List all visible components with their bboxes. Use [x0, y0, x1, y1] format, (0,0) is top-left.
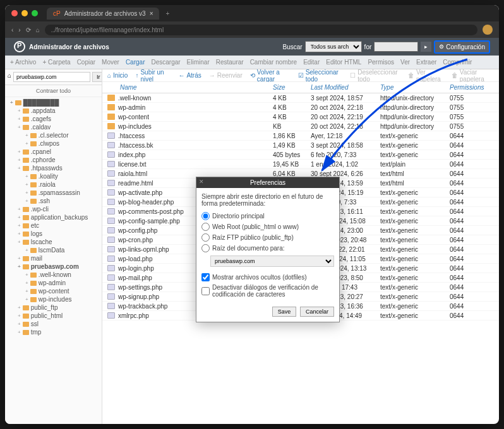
toolbar-0[interactable]: + Archivo [10, 59, 36, 66]
tree-item[interactable]: +.raiola [5, 180, 102, 189]
save-button[interactable]: Save [272, 307, 297, 317]
forward-action[interactable]: → Reenviar [209, 72, 243, 79]
home-action[interactable]: ⌂ Inicio [107, 72, 128, 79]
col-modified[interactable]: Last Modified [311, 84, 380, 91]
cancel-button[interactable]: Cancelar [300, 307, 334, 317]
toolbar-10[interactable]: Editor HTML [326, 59, 361, 66]
select-all[interactable]: ☑ Seleccionar todo [298, 69, 343, 83]
tree-item[interactable]: +lscmData [5, 246, 102, 254]
empty-trash[interactable]: 🗑 Vaciar papelera [452, 69, 494, 83]
file-row[interactable]: .htaccess.bk1,49 KB3 sept 2024, 18:58tex… [102, 141, 499, 150]
tree-item[interactable]: +wp-admin [5, 279, 102, 287]
toolbar-4[interactable]: Cargar [126, 59, 145, 66]
toolbar-9[interactable]: Editar [303, 59, 320, 66]
close-tab-icon[interactable]: × [150, 10, 153, 17]
back-icon[interactable]: ‹ [11, 26, 13, 33]
search-input[interactable] [374, 42, 418, 52]
forward-icon[interactable]: › [18, 26, 20, 33]
chk-disable-enc[interactable]: Desactivar diálogos de verificación de c… [201, 283, 334, 299]
path-input[interactable] [13, 72, 90, 82]
reload-icon[interactable]: ⟳ [26, 26, 31, 33]
file-row[interactable]: wp-admin4 KB20 oct 2024, 22:18httpd/unix… [102, 103, 499, 112]
file-row[interactable]: .well-known4 KB3 sept 2024, 18:57httpd/u… [102, 93, 499, 103]
opt-doc-root[interactable]: Raíz del documento para: [201, 243, 334, 254]
home-icon[interactable]: ⌂ [36, 26, 40, 33]
search-scope-select[interactable]: Todos sus archivos [305, 41, 362, 52]
toolbar-7[interactable]: Restaurar [216, 59, 244, 66]
toolbar: + Archivo+ CarpetaCopiarMoverCargarDesca… [5, 56, 499, 69]
tree-item[interactable]: +.well-known [5, 271, 102, 279]
tree-item[interactable]: +.htpasswds [5, 164, 102, 172]
go-button[interactable]: Ir [92, 72, 102, 82]
tree-item[interactable]: +application_backups [5, 213, 102, 221]
search-label: Buscar [282, 44, 302, 50]
tree-item[interactable]: +mail [5, 254, 102, 262]
view-trash[interactable]: 🗑 Ver papelera [408, 69, 444, 83]
toolbar-1[interactable]: + Carpeta [42, 59, 70, 66]
tree-item[interactable]: +lscache [5, 238, 102, 246]
file-row[interactable]: .htaccess1,86 KBAyer, 12:18text/x-generi… [102, 131, 499, 141]
tree-item[interactable]: +.cl.selector [5, 131, 102, 139]
toolbar-2[interactable]: Copiar [77, 59, 95, 66]
chk-show-hidden[interactable]: Mostrar archivos ocultos (dotfiles) [201, 272, 334, 283]
new-tab[interactable]: + [165, 10, 169, 17]
file-row[interactable]: wp-content4 KB20 oct 2024, 22:19httpd/un… [102, 112, 499, 122]
up-level[interactable]: ↑ Subir un nivel [135, 69, 171, 83]
col-name[interactable]: Name [107, 84, 273, 91]
tree-item[interactable]: +.koality [5, 172, 102, 180]
file-row[interactable]: wp-includesKB20 oct 2024, 22:18httpd/uni… [102, 122, 499, 131]
tree-item[interactable]: +.ssh [5, 197, 102, 205]
maximize-window[interactable] [32, 10, 38, 16]
toolbar-14[interactable]: Comprimir [443, 59, 472, 66]
col-perms[interactable]: Permissions [450, 84, 494, 91]
tree-item[interactable]: +public_html [5, 312, 102, 320]
collapse-all[interactable]: Contraer todo [5, 85, 102, 97]
search-go-button[interactable]: ▸ [421, 42, 431, 52]
app-header: Administrador de archivos Buscar Todos s… [5, 38, 499, 56]
back-action[interactable]: ← Atrás [178, 72, 201, 79]
home-tree-icon[interactable]: ⌂ [8, 72, 11, 82]
tree-item[interactable]: +.clwpos [5, 139, 102, 148]
browser-tab[interactable]: cP Administrador de archivos v3 × [47, 8, 159, 20]
tree-item[interactable]: +pruebaswp.com [5, 262, 102, 271]
modal-intro: Siempre abrir este directorio en el futu… [201, 193, 334, 207]
tree-item[interactable]: +.cpanel [5, 148, 102, 156]
opt-ftp-root[interactable]: Raíz FTP público (public_ftp) [201, 232, 334, 243]
tree-item[interactable]: +.cphorde [5, 156, 102, 164]
reload-action[interactable]: ⟲ Volver a cargar [250, 69, 291, 83]
tree-item[interactable]: +tmp [5, 328, 102, 336]
opt-home-dir[interactable]: Directorio principal [201, 211, 334, 221]
toolbar-8[interactable]: Cambiar nombre [250, 59, 297, 66]
toolbar-12[interactable]: Ver [400, 59, 410, 66]
toolbar-6[interactable]: Eliminar [187, 59, 210, 66]
tree-item[interactable]: +public_ftp [5, 303, 102, 312]
file-row[interactable]: license.txt19,45 KB1 ene 2024, 1:02text/… [102, 160, 499, 169]
tree-item[interactable]: +████████ [5, 98, 102, 107]
toolbar-11[interactable]: Permisos [368, 59, 394, 66]
minimize-window[interactable] [21, 10, 28, 16]
file-row[interactable]: index.php405 bytes6 feb 2020, 7:33text/x… [102, 150, 499, 160]
deselect-all[interactable]: ☐ Deseleccionar todo [350, 69, 400, 83]
tree-item[interactable]: +.spamassassin [5, 189, 102, 197]
toolbar-5[interactable]: Descargar [151, 59, 180, 66]
col-size[interactable]: Size [273, 84, 311, 91]
tree-item[interactable]: +.appdata [5, 107, 102, 115]
tree-item[interactable]: +logs [5, 230, 102, 238]
tree-item[interactable]: +etc [5, 221, 102, 230]
tree-item[interactable]: +.cagefs [5, 115, 102, 123]
close-window[interactable] [11, 10, 18, 16]
tree-item[interactable]: +wp-content [5, 287, 102, 295]
tree-item[interactable]: +wp-includes [5, 295, 102, 303]
tree-item[interactable]: +.caldav [5, 123, 102, 131]
tree-item[interactable]: +ssl [5, 320, 102, 328]
config-button[interactable]: ⚙ Configuración [434, 40, 490, 54]
modal-close-icon[interactable]: ✕ [199, 179, 204, 185]
opt-web-root[interactable]: Web Root (public_html o www) [201, 221, 334, 232]
toolbar-13[interactable]: Extraer [416, 59, 436, 66]
tree-item[interactable]: +.wp-cli [5, 205, 102, 213]
domain-select[interactable]: pruebaswp.com [210, 256, 334, 267]
toolbar-3[interactable]: Mover [102, 59, 119, 66]
url-field[interactable]: ../frontend/jupiter/filemanager/index.ht… [45, 25, 477, 35]
col-type[interactable]: Type [380, 84, 450, 91]
profile-avatar[interactable] [483, 25, 493, 35]
